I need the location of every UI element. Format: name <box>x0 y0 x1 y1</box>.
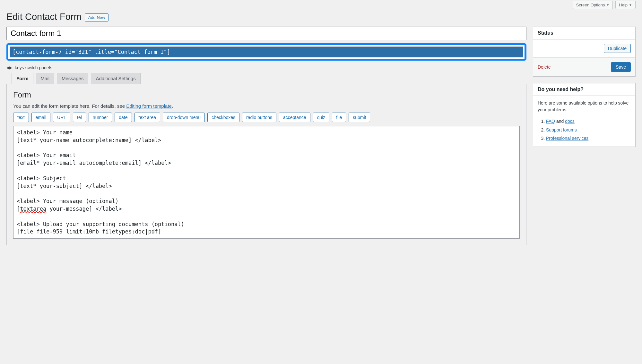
status-box: Status Duplicate Delete Save <box>533 27 636 77</box>
professional-services-link[interactable]: Professional services <box>546 136 588 141</box>
tag-button-drop-down-menu[interactable]: drop-down menu <box>163 113 205 122</box>
tag-buttons-row: textemailURLtelnumberdatetext areadrop-d… <box>13 113 520 122</box>
form-template-textarea[interactable]: <label> Your name [text* your-name autoc… <box>13 126 520 239</box>
screen-options-button[interactable]: Screen Options ▼ <box>573 1 613 9</box>
help-button[interactable]: Help ▼ <box>615 1 636 9</box>
help-box: Do you need help? Here are some availabl… <box>533 83 636 147</box>
shortcode-highlight <box>6 43 526 61</box>
form-panel: Form You can edit the form template here… <box>6 84 526 245</box>
docs-link[interactable]: docs <box>565 119 575 124</box>
form-title-input[interactable] <box>6 27 526 40</box>
tag-button-radio-buttons[interactable]: radio buttons <box>242 113 276 122</box>
page-title: Edit Contact Form <box>6 12 82 22</box>
tab-form[interactable]: Form <box>12 73 33 84</box>
tag-button-checkboxes[interactable]: checkboxes <box>207 113 239 122</box>
tag-button-file[interactable]: file <box>332 113 346 122</box>
add-new-button[interactable]: Add New <box>85 13 109 21</box>
tab-messages[interactable]: Messages <box>57 73 88 84</box>
chevron-down-icon: ▼ <box>606 3 609 7</box>
tab-mail[interactable]: Mail <box>36 73 55 84</box>
tag-button-submit[interactable]: submit <box>349 113 370 122</box>
duplicate-button[interactable]: Duplicate <box>604 44 631 53</box>
shortcode-input[interactable] <box>10 47 523 57</box>
help-item-pro: Professional services <box>546 134 631 143</box>
help-text: Here are some available options to help … <box>538 100 631 113</box>
tag-button-tel[interactable]: tel <box>73 113 86 122</box>
tag-button-quiz[interactable]: quiz <box>313 113 330 122</box>
tag-button-text[interactable]: text <box>13 113 29 122</box>
tag-button-acceptance[interactable]: acceptance <box>279 113 310 122</box>
save-button[interactable]: Save <box>611 62 631 72</box>
faq-link[interactable]: FAQ <box>546 119 555 124</box>
tag-button-email[interactable]: email <box>31 113 50 122</box>
tag-button-date[interactable]: date <box>115 113 132 122</box>
help-item-faq: FAQ and docs <box>546 117 631 126</box>
help-heading: Do you need help? <box>538 87 631 92</box>
keys-switch-text: keys switch panels <box>15 65 52 70</box>
help-label: Help <box>619 3 628 7</box>
support-forums-link[interactable]: Support forums <box>546 127 577 132</box>
status-heading: Status <box>538 30 631 36</box>
delete-link[interactable]: Delete <box>538 64 551 70</box>
keys-switch-hint: ◀▶ keys switch panels <box>6 65 526 70</box>
form-panel-heading: Form <box>13 90 520 99</box>
form-panel-description: You can edit the form template here. For… <box>13 103 520 109</box>
editing-form-template-link[interactable]: Editing form template <box>126 103 172 109</box>
tab-additional-settings[interactable]: Additional Settings <box>91 73 140 84</box>
chevron-down-icon: ▼ <box>629 3 632 7</box>
tag-button-number[interactable]: number <box>89 113 112 122</box>
tag-button-URL[interactable]: URL <box>53 113 70 122</box>
help-item-support: Support forums <box>546 126 631 134</box>
tag-button-text-area[interactable]: text area <box>134 113 160 122</box>
left-right-arrow-icon: ◀▶ <box>6 65 12 70</box>
screen-options-label: Screen Options <box>576 3 605 7</box>
